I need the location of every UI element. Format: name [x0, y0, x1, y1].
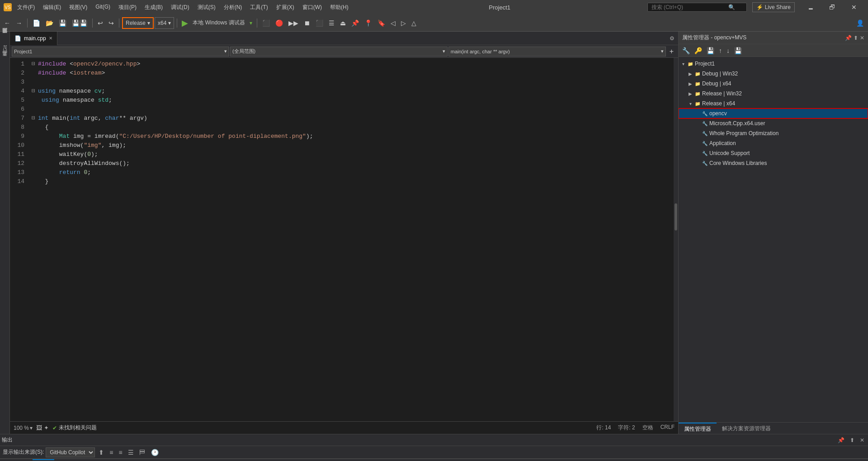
project-selector[interactable]: Project1 ▾ [12, 47, 229, 56]
menu-view[interactable]: 视图(V) [66, 2, 91, 13]
editor-scrollbar[interactable] [674, 58, 678, 421]
menu-help[interactable]: 帮助(H) [326, 2, 352, 13]
tab-property-manager[interactable]: 属性管理器 [679, 423, 717, 434]
bph-float-button[interactable]: ⬆ [848, 437, 856, 443]
tab-solution-explorer[interactable]: 解决方案资源管理器 [717, 423, 776, 434]
rpt-btn-save2[interactable]: 💾 [732, 46, 744, 55]
platform-dropdown[interactable]: x64 ▾ [155, 17, 174, 29]
output-btn-1[interactable]: ⬆ [97, 448, 106, 457]
toolbar-btn-9[interactable]: 📍 [362, 18, 374, 28]
menu-extensions[interactable]: 扩展(X) [273, 2, 298, 13]
toolbar-btn-4[interactable]: ⏹ [302, 18, 312, 28]
add-selector-button[interactable]: + [667, 47, 676, 56]
output-tab-find[interactable]: 查找符号结果 [54, 459, 98, 461]
editor-settings-button[interactable]: ⚙ [666, 35, 678, 42]
output-btn-6[interactable]: 🕐 [149, 448, 160, 457]
search-box[interactable]: 🔍 [647, 3, 747, 12]
undo-button[interactable]: ↩ [95, 18, 105, 28]
run-dropdown[interactable]: ▾ [248, 19, 254, 27]
profile-icon[interactable]: 👤 [854, 18, 866, 28]
code-line-7: ⊟int main(int argc, char** argv) [32, 114, 670, 123]
redo-button[interactable]: ↪ [106, 18, 116, 28]
open-button[interactable]: 📂 [43, 18, 56, 28]
editor-selectors: Project1 ▾ (全局范围) ▾ main(int argc, char … [10, 45, 678, 58]
tree-core-windows[interactable]: 🔧 Core Windows Libraries [679, 158, 868, 168]
code-content[interactable]: ⊟#include <opencv2/opencv.hpp> #include … [28, 58, 674, 421]
toolbar-btn-6[interactable]: ☰ [326, 18, 337, 28]
toolbar-btn-10[interactable]: 🔖 [375, 18, 387, 28]
toolbar-btn-13[interactable]: △ [409, 18, 419, 28]
sidebar-git[interactable]: Git [1, 42, 9, 55]
tree-unicode[interactable]: 🔧 Unicode Support [679, 148, 868, 158]
status-icon-2[interactable]: ✦ [44, 424, 49, 431]
close-button[interactable]: ✕ [844, 0, 864, 14]
toolbar-btn-2[interactable]: 🔴 [273, 18, 285, 28]
tree-release-x64[interactable]: ▾ 📁 Release | x64 [679, 99, 868, 108]
output-tab-errors[interactable]: 错误列表 [0, 459, 33, 461]
toolbar-btn-7[interactable]: ⏏ [338, 18, 348, 28]
toolbar-btn-8[interactable]: 📌 [349, 18, 361, 28]
output-btn-4[interactable]: ☰ [126, 448, 136, 457]
toolbar-btn-1[interactable]: ⬛ [260, 18, 272, 28]
tab-close-button[interactable]: ✕ [49, 36, 52, 41]
menu-debug[interactable]: 调试(D) [167, 2, 193, 13]
output-btn-5[interactable]: ⛿ [137, 448, 147, 457]
tree-wpo[interactable]: 🔧 Whole Program Optimization [679, 128, 868, 138]
save-button[interactable]: 💾 [57, 18, 69, 28]
tree-debug-win32[interactable]: ▶ 📁 Debug | Win32 [679, 69, 868, 79]
scope-selector[interactable]: (全局范围) ▾ [230, 47, 448, 56]
function-selector[interactable]: main(int argc, char ** argv) ▾ [448, 47, 666, 56]
rpt-btn-down[interactable]: ↓ [725, 46, 731, 55]
bph-close-button[interactable]: ✕ [858, 437, 866, 443]
forward-button[interactable]: → [14, 18, 24, 28]
new-file-button[interactable]: 📄 [30, 18, 42, 28]
right-panel: 属性管理器 - opencv+MVS 📌 ⬆ ✕ 🔧 🔑 💾 ↑ ↓ 💾 ▾ 📁… [678, 32, 868, 434]
rpt-btn-2[interactable]: 🔑 [693, 46, 704, 55]
menu-analyze[interactable]: 分析(N) [220, 2, 246, 13]
config-dropdown[interactable]: Release ▾ [122, 17, 154, 29]
rph-float-button[interactable]: ⬆ [854, 35, 858, 41]
run-button[interactable]: ▶ [180, 17, 190, 29]
editor-tab-main[interactable]: 📄 main.cpp ✕ [10, 32, 57, 45]
menu-window[interactable]: 窗口(W) [299, 2, 326, 13]
rpt-btn-up[interactable]: ↑ [717, 46, 724, 55]
menu-project[interactable]: 项目(P) [115, 2, 140, 13]
menu-tools[interactable]: 工具(T) [246, 2, 271, 13]
bph-pin-button[interactable]: 📌 [836, 437, 846, 443]
menu-edit[interactable]: 编辑(E) [39, 2, 65, 13]
tree-release-win32[interactable]: ▶ 📁 Release | Win32 [679, 89, 868, 99]
zoom-level[interactable]: 100 % ▾ [14, 425, 33, 431]
sidebar-tools[interactable]: 工具箱 [0, 56, 9, 63]
code-editor[interactable]: 1234 5678 9101112 1314 ⊟#include <opencv… [10, 58, 678, 421]
search-input[interactable] [651, 4, 728, 10]
restore-button[interactable]: 🗗 [822, 0, 843, 14]
toolbar-btn-12[interactable]: ▷ [399, 18, 408, 28]
rph-close-button[interactable]: ✕ [860, 35, 864, 41]
status-icon-1[interactable]: 🖼 [36, 424, 42, 431]
menu-file[interactable]: 文件(F) [14, 2, 38, 13]
rpt-btn-1[interactable]: 🔧 [680, 46, 692, 55]
minimize-button[interactable]: 🗕 [800, 0, 821, 14]
tree-ms-cpp[interactable]: 🔧 Microsoft.Cpp.x64.user [679, 118, 868, 128]
toolbar-btn-11[interactable]: ◁ [388, 18, 398, 28]
save-all-button[interactable]: 💾💾 [70, 18, 90, 28]
tree-opencv[interactable]: 🔧 opencv [679, 108, 868, 118]
menu-build[interactable]: 生成(B) [141, 2, 166, 13]
live-share-button[interactable]: ⚡ Live Share [752, 2, 795, 12]
back-button[interactable]: ← [2, 18, 13, 28]
output-tab-output[interactable]: 输出 [33, 459, 54, 461]
output-source-select[interactable]: GitHub Copilot [46, 447, 95, 457]
toolbar-btn-5[interactable]: ⬛ [313, 18, 326, 28]
output-btn-2[interactable]: ≡ [108, 448, 115, 457]
output-btn-3[interactable]: ≡ [117, 448, 124, 457]
rph-pin-button[interactable]: 📌 [845, 35, 852, 41]
tree-root[interactable]: ▾ 📁 Project1 [679, 59, 868, 69]
toolbar-btn-3[interactable]: ▶▶ [286, 18, 301, 28]
menu-test[interactable]: 测试(S) [194, 2, 219, 13]
tree-debug-x64-arrow: ▶ [688, 81, 693, 86]
menu-git[interactable]: Git(G) [92, 2, 114, 13]
tree-application[interactable]: 🔧 Application [679, 138, 868, 148]
sidebar-solution-explorer[interactable]: 解决方案资源管理器 [0, 33, 9, 41]
tree-debug-x64[interactable]: ▶ 📁 Debug | x64 [679, 79, 868, 89]
rpt-btn-3[interactable]: 💾 [705, 46, 716, 55]
